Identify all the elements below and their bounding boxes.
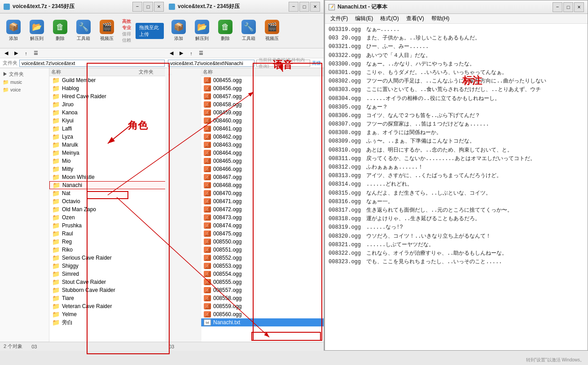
file-item[interactable]: ♫008458.ogg — [201, 100, 324, 109]
file-item[interactable]: txtNanachi.txt — [201, 318, 324, 326]
close-btn-2[interactable]: × — [310, 2, 320, 12]
file-item[interactable]: ♫008554.ogg — [201, 270, 324, 278]
folder-item[interactable]: 📁Kiyui — [49, 117, 167, 125]
sidebar-item-1[interactable]: ▶ 文件夹 — [0, 70, 49, 78]
file-item[interactable]: ♫008470.ogg — [201, 189, 324, 197]
toolbox-btn-2[interactable]: 🔧 工具箱 — [239, 20, 259, 42]
minimize-notepad[interactable]: － — [553, 2, 562, 12]
file-item[interactable]: ♫008459.ogg — [201, 109, 324, 117]
file-item[interactable]: ♫008461.ogg — [201, 125, 324, 133]
folder-item[interactable]: 📁Stubborn Cave Raider — [49, 286, 167, 294]
file-item[interactable]: ♫008559.ogg — [201, 302, 324, 310]
file-item[interactable]: ♫008560.ogg — [201, 310, 324, 318]
file-item[interactable]: ♫008464.ogg — [201, 149, 324, 157]
file-item[interactable]: ♫008460.ogg — [201, 117, 324, 125]
folder-item[interactable]: 📁Moon Whistle — [49, 173, 167, 181]
back-btn[interactable]: ◀ — [2, 49, 11, 57]
folder-item[interactable]: 📁Mio — [49, 157, 167, 165]
folder-item[interactable]: 📁Ozen — [49, 213, 167, 222]
file-item[interactable]: ♫008462.ogg — [201, 133, 324, 141]
folder-item[interactable]: 📁Prushka — [49, 222, 167, 230]
forward-btn-2[interactable]: ▶ — [177, 49, 186, 57]
sidebar-item-3[interactable]: 📁voice — [0, 86, 49, 94]
toolbox-button[interactable]: 🔧 工具箱 — [74, 20, 93, 42]
folder-item[interactable]: 📁Tiare — [49, 294, 167, 302]
delete-btn-2[interactable]: 🗑 删除 — [215, 20, 235, 42]
folder-item[interactable]: 📁Simred — [49, 270, 167, 278]
folder-item[interactable]: 📁Kanoa — [49, 109, 167, 117]
file-item[interactable]: ♫008466.ogg — [201, 165, 324, 173]
folder-item[interactable]: 📁Nat — [49, 189, 167, 197]
forward-btn[interactable]: ▶ — [12, 49, 21, 57]
folder-item[interactable]: 📁Guild Member — [49, 76, 167, 84]
view-toggle-2[interactable]: ☰ — [197, 49, 206, 57]
file-item[interactable]: ♫008471.ogg — [201, 197, 324, 205]
folder-item[interactable]: 📁Raul — [49, 230, 167, 238]
menu-help[interactable]: 帮助(H) — [428, 14, 453, 23]
file-item[interactable]: ♫008467.ogg — [201, 173, 324, 181]
address-input-1[interactable]: voice&text.7z\voice&text — [19, 60, 165, 67]
view-toggle[interactable]: ☰ — [31, 49, 40, 57]
file-item[interactable]: ♫008465.ogg — [201, 157, 324, 165]
minimize-btn[interactable]: － — [132, 2, 142, 12]
add-button[interactable]: 📦 添加 — [4, 20, 23, 42]
folder-item[interactable]: 📁Octavio — [49, 197, 167, 205]
folder-item[interactable]: 📁Yelme — [49, 310, 167, 318]
file-item[interactable]: ♫008468.ogg — [201, 181, 324, 189]
menu-format[interactable]: 格式(O) — [377, 14, 402, 23]
file-item[interactable]: ♫008457.ogg — [201, 92, 324, 100]
delete-button[interactable]: 🗑 删除 — [50, 20, 70, 42]
file-item[interactable]: ♫008472.ogg — [201, 205, 324, 213]
menu-edit[interactable]: 编辑(E) — [351, 14, 377, 23]
maximize-notepad[interactable]: □ — [563, 2, 573, 12]
folder-item[interactable]: 📁Serious Cave Raider — [49, 254, 167, 262]
file-item[interactable]: ♫008474.ogg — [201, 222, 324, 230]
folder-item[interactable]: 📁Veteran Cave Raider — [49, 302, 167, 310]
folder-item[interactable]: 📁Riko — [49, 246, 167, 254]
file-item[interactable]: ♫008456.ogg — [201, 84, 324, 92]
folder-item[interactable]: 📁Stout Cave Raider — [49, 278, 167, 286]
address-input-2[interactable]: voice&text.7z\voice&text\Nanachi — [168, 60, 255, 67]
up-btn[interactable]: ↑ — [22, 49, 31, 57]
video-compress-button[interactable]: 🎬 视频压 — [97, 20, 117, 42]
file-item[interactable]: ♫008463.ogg — [201, 141, 324, 149]
menu-file[interactable]: 文件(F) — [327, 14, 351, 23]
folder-item[interactable]: 📁旁白 — [49, 318, 167, 326]
folder-item[interactable]: 📁Old Man Zapo — [49, 205, 167, 213]
file-item[interactable]: ♫008550.ogg — [201, 238, 324, 246]
file-item[interactable]: ♫008557.ogg — [201, 286, 324, 294]
folder-item[interactable]: 📁Reg — [49, 238, 167, 246]
file-item[interactable]: ♫008475.ogg — [201, 230, 324, 238]
folder-item[interactable]: 📁Hablog — [49, 84, 167, 92]
folder-item[interactable]: 📁Shiggy — [49, 262, 167, 270]
file-item[interactable]: ♫008551.ogg — [201, 246, 324, 254]
upload-button[interactable]: 拖拽至此上传 — [136, 23, 164, 39]
file-item[interactable]: ♫008455.ogg — [201, 76, 324, 84]
folder-item[interactable]: 📁Marulk — [49, 141, 167, 149]
maximize-btn-2[interactable]: □ — [299, 2, 309, 12]
sidebar-item-2[interactable]: 📁music — [0, 78, 49, 86]
file-item[interactable]: ♫008553.ogg — [201, 262, 324, 270]
extract-btn-2[interactable]: 📂 解压到 — [192, 20, 212, 42]
file-item[interactable]: ♫008552.ogg — [201, 254, 324, 262]
folder-item[interactable]: 📁Nanachi — [49, 181, 167, 189]
up-btn-2[interactable]: ↑ — [187, 49, 196, 57]
back-btn-2[interactable]: ◀ — [167, 49, 176, 57]
file-item[interactable]: ♫008558.ogg — [201, 294, 324, 302]
file-item[interactable]: ♫008555.ogg — [201, 278, 324, 286]
maximize-btn[interactable]: □ — [143, 2, 153, 12]
folder-item[interactable]: 📁Laffi — [49, 125, 167, 133]
notepad-content[interactable]: 003319.ogg なぁ—......003 20.ogg また、子供かぁ。.… — [325, 24, 588, 350]
folder-item[interactable]: 📁Meinya — [49, 149, 167, 157]
folder-item[interactable]: 📁Mitty — [49, 165, 167, 173]
video-btn-2[interactable]: 🎬 视频压 — [262, 20, 282, 42]
minimize-btn-2[interactable]: － — [289, 2, 298, 12]
advanced-btn[interactable]: 高级 — [312, 60, 321, 66]
close-btn[interactable]: × — [154, 2, 164, 12]
folder-item[interactable]: 📁Hired Cave Raider — [49, 92, 167, 100]
add-btn-2[interactable]: 📦 添加 — [169, 20, 189, 42]
menu-view[interactable]: 查看(V) — [403, 14, 428, 23]
extract-button[interactable]: 📂 解压到 — [27, 20, 47, 42]
folder-item[interactable]: 📁Lyza — [49, 133, 167, 141]
folder-item[interactable]: 📁Jiruo — [49, 100, 167, 109]
